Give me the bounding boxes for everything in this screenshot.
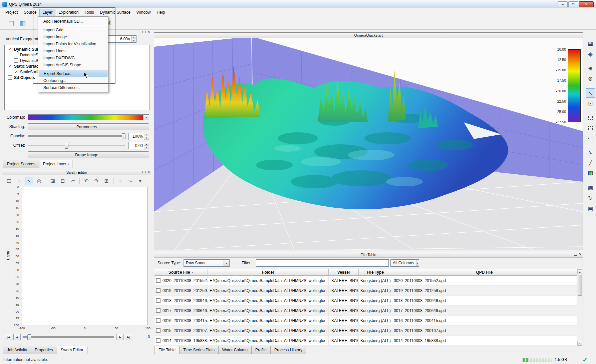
zoom-icon[interactable]: ◎	[35, 177, 43, 185]
tab-profile[interactable]: Profile	[251, 346, 271, 354]
menu-item-import-dxf-dwg[interactable]: Import DXF/DWG...	[39, 54, 107, 61]
table-row[interactable]: 0015_20110308_200107.allF:\QimeraQuickst…	[155, 326, 577, 336]
select-rectangle-icon[interactable]	[586, 113, 595, 122]
more-options-icon[interactable]: ▾	[136, 177, 144, 185]
layer-checkbox[interactable]: ✓	[8, 47, 12, 51]
menu-item-import-image[interactable]: Import Image...	[39, 33, 107, 40]
swath-angle-icon[interactable]: ∿	[126, 177, 134, 185]
menu-item-export-surface[interactable]: Export Surface...	[39, 70, 107, 77]
menu-item-import-points-for-visualization[interactable]: Import Points for Visualization...	[39, 40, 107, 47]
filter-input[interactable]	[256, 259, 389, 267]
layer-checkbox[interactable]: ✓	[14, 70, 18, 74]
add-processed-files-icon[interactable]: ▥	[18, 18, 28, 28]
tab-process-history[interactable]: Process History	[270, 346, 306, 354]
row-checkbox[interactable]	[156, 298, 161, 303]
row-checkbox[interactable]	[156, 278, 161, 283]
offset-spinner[interactable]: 0.00 ▲▼	[128, 142, 149, 149]
box-3d-icon[interactable]: ▣	[586, 204, 595, 213]
opacity-slider-handle[interactable]	[122, 133, 125, 139]
menu-dynamic-surface[interactable]: Dynamic Surface	[97, 9, 133, 16]
undo-icon[interactable]: ↶	[82, 177, 90, 185]
source-type-dropdown[interactable]: Raw Sonar ▼	[184, 259, 230, 267]
minimize-button[interactable]: –	[558, 1, 568, 7]
scrollbar-thumb[interactable]	[578, 275, 582, 296]
select-rectangle-icon[interactable]: ⊡	[59, 177, 67, 185]
opacity-slider[interactable]	[28, 135, 125, 137]
column-header-file-type[interactable]: File Type	[359, 269, 392, 275]
column-header-folder[interactable]: Folder	[208, 269, 329, 275]
tab-project-layers[interactable]: Project Layers	[39, 160, 73, 168]
menu-project[interactable]: Project	[2, 9, 21, 16]
drape-image-button[interactable]: Drape Image...	[28, 151, 149, 158]
menu-item-add-fledermaus-sd[interactable]: Add Fledermaus SD...	[39, 18, 107, 25]
spin-down-icon[interactable]: ▼	[144, 136, 149, 140]
zoom-selection-icon[interactable]: ⊗	[586, 74, 595, 83]
close-button[interactable]: ×	[579, 1, 594, 7]
menu-window[interactable]: Window	[133, 9, 154, 16]
skip-back-button[interactable]: |◀	[5, 334, 12, 340]
close-panel-icon[interactable]: ×	[147, 30, 150, 34]
chevron-down-icon[interactable]: ▼	[143, 115, 149, 120]
column-header-source-file[interactable]: Source File▲	[155, 269, 208, 275]
orbit-view-icon[interactable]: ↻	[586, 193, 595, 203]
float-panel-icon[interactable]	[142, 31, 145, 33]
layer-checkbox[interactable]	[14, 58, 18, 63]
row-checkbox[interactable]	[156, 308, 161, 313]
float-pan el-icon[interactable]	[574, 253, 577, 256]
file-table-scrollbar[interactable]: ▲ ▼	[577, 269, 582, 346]
beam-display-icon[interactable]: ≋	[116, 177, 124, 185]
float-panel-icon[interactable]	[142, 171, 145, 173]
spin-up-icon[interactable]: ▲	[131, 36, 136, 39]
menu-tools[interactable]: Tools	[81, 9, 97, 16]
menu-layer[interactable]: Layer	[39, 9, 55, 16]
row-checkbox[interactable]	[156, 288, 161, 293]
menu-item-import-arcgis-shape[interactable]: Import ArcGIS Shape...	[39, 61, 107, 68]
chevron-down-icon[interactable]: ▼	[416, 260, 419, 266]
spin-up-icon[interactable]: ▲	[144, 133, 149, 136]
scene-viewport[interactable]	[154, 38, 583, 250]
step-forward-button[interactable]: ▶	[116, 334, 124, 340]
table-row[interactable]: 0019_20110308_201259.allF:\QimeraQuickst…	[155, 286, 577, 296]
skip-forward-button[interactable]: ▶|	[125, 334, 132, 340]
menu-item-import-lines[interactable]: Import Lines...	[39, 47, 107, 54]
maximize-button[interactable]: □	[568, 1, 578, 7]
table-row[interactable]: 0017_20110308_200646.allF:\QimeraQuickst…	[155, 306, 577, 316]
table-row[interactable]: 0014_20110308_195838.allF:\QimeraQuickst…	[155, 336, 577, 346]
table-row[interactable]: 0016_20110308_200415.allF:\QimeraQuickst…	[155, 316, 577, 326]
menu-item-surface-difference[interactable]: Surface Difference...	[39, 84, 107, 91]
column-header-vessel[interactable]: Vessel	[329, 269, 359, 275]
tab-water-column[interactable]: Water Column	[218, 346, 252, 354]
scene-3d-view[interactable]: QimeraQuickstart	[154, 32, 583, 250]
reject-soundings-icon[interactable]: ◪	[49, 177, 57, 185]
tab-job-activity[interactable]: Job Activity	[3, 346, 31, 354]
surface-layers-icon[interactable]: ◈	[586, 49, 595, 59]
swath-playback-slider[interactable]	[22, 336, 114, 338]
save-icon[interactable]: ▤	[5, 177, 13, 185]
row-checkbox[interactable]	[156, 338, 161, 343]
home-view-icon[interactable]: ⌂	[15, 177, 23, 185]
layer-checkbox[interactable]: ✓	[8, 75, 12, 80]
opacity-spinner[interactable]: 100% ▲▼	[128, 133, 149, 140]
zoom-window-icon[interactable]: ⊞	[102, 177, 110, 185]
profile-tool-icon[interactable]: ∿	[586, 148, 595, 157]
table-row[interactable]: 0018_20110308_200946.allF:\QimeraQuickst…	[155, 296, 577, 306]
menu-help[interactable]: Help	[154, 9, 168, 16]
close-panel-icon[interactable]: ×	[147, 170, 150, 174]
pointer-icon[interactable]: ↖	[25, 177, 33, 185]
vertical-exaggeration-spinner[interactable]: 6.00× ▲▼	[107, 35, 136, 43]
tab-time-series-plots[interactable]: Time Series Plots	[179, 346, 219, 354]
menu-item-contouring[interactable]: Contouring...	[39, 77, 107, 84]
colormap-dropdown[interactable]: ▼	[28, 114, 149, 120]
add-raw-sonar-files-icon[interactable]: ▤	[6, 18, 16, 28]
spin-down-icon[interactable]: ▼	[144, 146, 149, 149]
pointer-select-icon[interactable]: ↖	[586, 88, 595, 98]
row-checkbox[interactable]	[156, 318, 161, 323]
spin-down-icon[interactable]: ▼	[131, 39, 136, 42]
scroll-down-icon[interactable]: ▼	[577, 341, 582, 346]
menu-item-import-grid[interactable]: Import Grid...	[39, 26, 107, 33]
tab-file-table[interactable]: File Table	[155, 346, 180, 354]
measure-tool-icon[interactable]: ╱	[586, 158, 595, 168]
colormap-tool-icon[interactable]	[586, 169, 595, 178]
tab-swath-editor[interactable]: Swath Editor	[57, 346, 87, 354]
menu-source[interactable]: Source	[21, 9, 39, 16]
